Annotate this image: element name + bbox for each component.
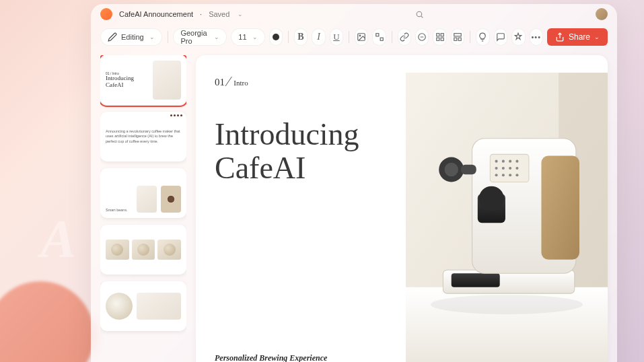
- slide-title[interactable]: Introducing CafeAI: [215, 118, 399, 184]
- titlebar: CafeAI Announcement · Saved ⌄: [91, 4, 617, 24]
- svg-point-29: [502, 167, 505, 170]
- svg-point-2: [273, 34, 279, 40]
- share-icon: [555, 32, 565, 42]
- grid-button[interactable]: [433, 28, 446, 46]
- chevron-down-icon: ⌄: [594, 34, 600, 40]
- chevron-down-icon: ⌄: [252, 34, 258, 40]
- underline-button[interactable]: U: [330, 28, 343, 46]
- app-logo-icon: [100, 8, 112, 20]
- svg-rect-22: [541, 155, 579, 259]
- svg-point-32: [495, 174, 498, 176]
- slide-thumbnail-rail[interactable]: 01 / Intro Introducing CafeAI Announcing…: [100, 55, 186, 362]
- svg-point-37: [479, 186, 504, 211]
- svg-rect-40: [461, 165, 476, 174]
- slide-thumbnail-5[interactable]: [100, 281, 186, 331]
- svg-point-39: [444, 163, 458, 177]
- chevron-down-icon: ⌄: [214, 34, 219, 40]
- slide-thumbnail-1[interactable]: 01 / Intro Introducing CafeAI: [100, 55, 186, 105]
- svg-rect-6: [380, 38, 383, 40]
- slide-thumbnail-3[interactable]: Smart beans.: [100, 168, 186, 218]
- chevron-down-icon[interactable]: ⌄: [238, 11, 243, 17]
- slide-thumbnail-4[interactable]: [100, 225, 186, 275]
- svg-point-0: [417, 11, 422, 17]
- svg-point-41: [431, 295, 583, 314]
- svg-point-4: [359, 35, 361, 36]
- toolbar: Editing ⌄ Georgia Pro ⌄ 11 ⌄ B I U: [91, 24, 617, 50]
- svg-point-28: [495, 167, 498, 170]
- app-window: CafeAI Announcement · Saved ⌄ Editing ⌄ …: [91, 4, 617, 362]
- pencil-icon: [108, 32, 117, 42]
- shape-button[interactable]: [372, 28, 386, 46]
- svg-point-35: [515, 174, 518, 176]
- svg-point-26: [509, 160, 511, 163]
- font-size-dropdown[interactable]: 11 ⌄: [231, 28, 264, 46]
- comment-button[interactable]: [494, 28, 507, 46]
- link-button[interactable]: [398, 28, 411, 46]
- slash-divider: ∕: [227, 74, 229, 89]
- layout-button[interactable]: [451, 28, 464, 46]
- slide-number: 01 ∕ Intro: [215, 73, 399, 88]
- svg-rect-13: [454, 38, 457, 40]
- slide-footer[interactable]: Personalized Brewing Experience: [215, 353, 399, 362]
- svg-point-31: [515, 167, 518, 170]
- svg-point-24: [495, 160, 498, 163]
- slide-thumbnail-2[interactable]: Announcing a revolutionary coffee maker …: [100, 112, 186, 161]
- font-family-dropdown[interactable]: Georgia Pro ⌄: [173, 28, 227, 46]
- lightbulb-button[interactable]: [476, 28, 489, 46]
- more-button[interactable]: •••: [530, 28, 543, 46]
- workspace: 01 / Intro Introducing CafeAI Announcing…: [91, 50, 617, 362]
- italic-button[interactable]: I: [312, 28, 325, 46]
- chevron-down-icon: ⌄: [149, 34, 155, 40]
- mode-dropdown[interactable]: Editing ⌄: [100, 28, 162, 46]
- svg-point-30: [509, 167, 511, 170]
- svg-rect-12: [454, 34, 462, 36]
- attach-button[interactable]: [415, 28, 429, 46]
- slide-hero-image[interactable]: [406, 73, 608, 362]
- svg-rect-9: [441, 34, 443, 36]
- svg-rect-10: [441, 38, 443, 40]
- document-title[interactable]: CafeAI Announcement: [119, 10, 193, 18]
- search-icon[interactable]: [410, 7, 428, 21]
- save-status[interactable]: Saved: [209, 10, 229, 18]
- svg-rect-20: [452, 273, 500, 287]
- svg-rect-8: [436, 34, 439, 36]
- slide-canvas[interactable]: 01 ∕ Intro Introducing CafeAI Personaliz…: [196, 55, 608, 362]
- svg-rect-14: [458, 38, 461, 40]
- svg-rect-5: [375, 34, 378, 36]
- svg-rect-11: [436, 38, 439, 40]
- svg-point-33: [502, 174, 505, 176]
- image-button[interactable]: [355, 28, 368, 46]
- bold-button[interactable]: B: [294, 28, 308, 46]
- svg-point-27: [515, 160, 518, 163]
- text-color-button[interactable]: [269, 28, 283, 46]
- background-decor-letter: A: [40, 209, 76, 270]
- theme-button[interactable]: [511, 28, 525, 46]
- avatar[interactable]: [596, 8, 608, 20]
- svg-line-1: [421, 16, 423, 17]
- share-button[interactable]: Share ⌄: [547, 28, 608, 46]
- svg-point-25: [502, 160, 505, 163]
- svg-point-34: [509, 174, 511, 176]
